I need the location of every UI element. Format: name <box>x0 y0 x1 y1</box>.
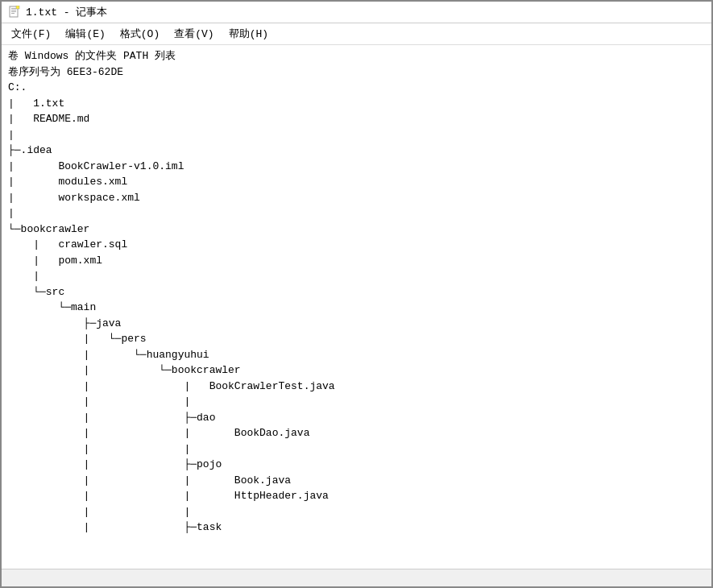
menu-file[interactable]: 文件(F) <box>5 25 57 43</box>
file-content: 卷 Windows 的文件夹 PATH 列表 卷序列号为 6EE3-62DE C… <box>8 48 705 536</box>
menu-edit[interactable]: 编辑(E) <box>59 25 111 43</box>
status-bar <box>2 569 711 586</box>
menu-view[interactable]: 查看(V) <box>168 25 220 43</box>
menu-format[interactable]: 格式(O) <box>114 25 166 43</box>
notepad-icon <box>8 6 21 19</box>
svg-rect-5 <box>16 6 19 9</box>
title-bar: 1.txt - 记事本 <box>2 2 711 23</box>
menu-help[interactable]: 帮助(H) <box>222 25 275 43</box>
svg-rect-1 <box>11 8 16 9</box>
svg-rect-4 <box>11 13 15 14</box>
svg-rect-2 <box>11 10 16 10</box>
text-editor[interactable]: 卷 Windows 的文件夹 PATH 列表 卷序列号为 6EE3-62DE C… <box>2 45 711 569</box>
window-title: 1.txt - 记事本 <box>26 5 107 19</box>
menu-bar: 文件(F) 编辑(E) 格式(O) 查看(V) 帮助(H) <box>2 23 711 45</box>
svg-rect-3 <box>11 11 16 12</box>
notepad-window: 1.txt - 记事本 文件(F) 编辑(E) 格式(O) 查看(V) 帮助(H… <box>0 0 713 588</box>
